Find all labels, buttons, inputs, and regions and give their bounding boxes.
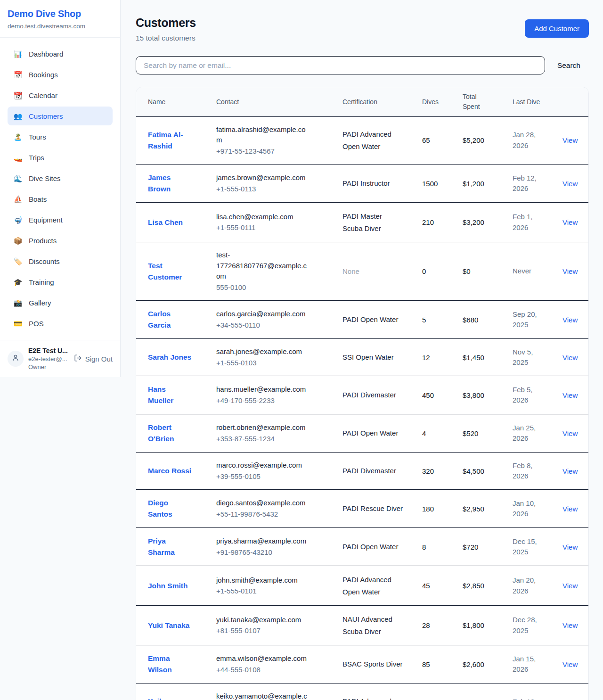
sidebar-item-calendar[interactable]: 📆 Calendar: [8, 86, 113, 105]
sidebar-item-training[interactable]: 🎓 Training: [8, 272, 113, 291]
total-spent-cell: $1,450: [463, 339, 513, 376]
customer-email: john.smith@example.com: [216, 575, 310, 586]
customer-name-link[interactable]: Yuki Tanaka: [148, 620, 189, 631]
view-link[interactable]: View: [562, 136, 578, 144]
dives-cell: 0: [422, 242, 463, 301]
column-header-contact: Contact: [216, 87, 342, 116]
customer-name-link[interactable]: James Brown: [148, 172, 193, 195]
table-row: Diego Santos diego.santos@example.com +5…: [136, 490, 589, 528]
customer-email: emma.wilson@example.com: [216, 653, 310, 664]
sidebar-item-bookings[interactable]: 📅 Bookings: [8, 65, 113, 84]
brand: Demo Dive Shop demo.test.divestreams.com: [0, 0, 120, 38]
view-link[interactable]: View: [562, 429, 578, 437]
view-link[interactable]: View: [562, 218, 578, 226]
sidebar-item-dive-sites[interactable]: 🌊 Dive Sites: [8, 169, 113, 188]
customer-name-link[interactable]: John Smith: [148, 580, 187, 592]
sidebar-item-label: Equipment: [29, 216, 63, 224]
total-spent-cell: $1,200: [463, 165, 513, 203]
people-icon: 👥: [13, 113, 23, 120]
sidebar-item-pos[interactable]: 💳 POS: [8, 314, 113, 333]
sidebar-item-label: Trips: [29, 154, 44, 162]
sidebar-item-customers[interactable]: 👥 Customers: [8, 107, 113, 125]
last-dive-cell: Dec 28, 2025: [513, 615, 543, 636]
view-link[interactable]: View: [562, 391, 578, 399]
customer-name-link[interactable]: Marco Rossi: [148, 465, 191, 477]
customer-name-link[interactable]: Robert O'Brien: [148, 422, 193, 445]
bar-chart-icon: 📊: [13, 50, 23, 58]
last-dive-cell: Dec 15, 2025: [513, 536, 543, 558]
table-row: John Smith john.smith@example.com +1-555…: [136, 566, 589, 606]
customer-phone: +971-55-123-4567: [216, 146, 333, 157]
table-row: Robert O'Brien robert.obrien@example.com…: [136, 414, 589, 453]
certification-cell: PADI Open Water: [342, 541, 403, 553]
user-box: E2E Test U... e2e-tester@... Owner Sign …: [0, 340, 120, 377]
view-link[interactable]: View: [562, 582, 578, 590]
customer-name-link[interactable]: Sarah Jones: [148, 352, 191, 363]
view-link[interactable]: View: [562, 621, 578, 629]
sidebar-nav: 📊 Dashboard 📅 Bookings 📆 Calendar 👥 Cust…: [0, 38, 120, 340]
customer-name-link[interactable]: Lisa Chen: [148, 217, 183, 228]
sidebar-item-dashboard[interactable]: 📊 Dashboard: [8, 44, 113, 63]
customer-name-link[interactable]: Diego Santos: [148, 497, 193, 520]
total-spent-cell: $3,200: [463, 203, 513, 242]
column-header-certification: Certification: [342, 87, 422, 116]
search-input[interactable]: [136, 56, 545, 74]
view-link[interactable]: View: [562, 660, 578, 668]
view-link[interactable]: View: [562, 267, 578, 275]
table-row: Emma Wilson emma.wilson@example.com +44-…: [136, 645, 589, 684]
view-link[interactable]: View: [562, 543, 578, 551]
sidebar-item-trips[interactable]: 🚤 Trips: [8, 148, 113, 167]
add-customer-button[interactable]: Add Customer: [525, 19, 589, 38]
customer-name-link[interactable]: Carlos Garcia: [148, 308, 193, 331]
dives-cell: 1500: [422, 165, 463, 203]
customer-name-link[interactable]: Fatima Al-Rashid: [148, 129, 193, 152]
table-row: Keiko Yamamoto keiko.yamamoto@example.co…: [136, 684, 589, 700]
table-row: Test Customer test-1772681807767@example…: [136, 242, 589, 301]
last-dive-cell: Sep 20, 2025: [513, 309, 543, 330]
view-link[interactable]: View: [562, 505, 578, 513]
dives-cell: 320: [422, 453, 463, 490]
customer-email: fatima.alrashid@example.com: [216, 124, 310, 146]
customer-email: sarah.jones@example.com: [216, 346, 310, 357]
page-header: Customers 15 total customers Add Custome…: [136, 0, 589, 42]
sidebar-item-boats[interactable]: ⛵ Boats: [8, 189, 113, 208]
view-link[interactable]: View: [562, 354, 578, 362]
sidebar-item-tours[interactable]: 🏝️ Tours: [8, 127, 113, 146]
sidebar-item-discounts[interactable]: 🏷️ Discounts: [8, 252, 113, 271]
person-icon: [11, 354, 20, 364]
sidebar-item-label: Bookings: [29, 71, 58, 79]
table-header: Name Contact Certification Dives Total S…: [136, 87, 589, 116]
customer-name-link[interactable]: Hans Mueller: [148, 384, 193, 406]
table-row: Priya Sharma priya.sharma@example.com +9…: [136, 528, 589, 566]
search-button[interactable]: Search: [557, 61, 580, 70]
credit-card-icon: 💳: [13, 320, 23, 327]
dives-cell: 210: [422, 203, 463, 242]
sidebar-item-equipment[interactable]: 🤿 Equipment: [8, 210, 113, 229]
sign-out-button[interactable]: Sign Out: [74, 354, 113, 363]
last-dive-cell: Feb 10, 2026: [513, 697, 543, 700]
view-link[interactable]: View: [562, 180, 578, 188]
customer-name-link[interactable]: Priya Sharma: [148, 535, 193, 558]
total-spent-cell: $4,500: [463, 453, 513, 490]
view-link[interactable]: View: [562, 316, 578, 324]
column-header-actions: [562, 87, 589, 116]
total-spent-cell: $2,950: [463, 490, 513, 528]
customer-name-link[interactable]: Keiko Yamamoto: [148, 696, 193, 700]
dives-cell: 12: [422, 339, 463, 376]
total-spent-cell: $680: [463, 301, 513, 339]
customer-name-link[interactable]: Emma Wilson: [148, 653, 193, 675]
sidebar-item-products[interactable]: 📦 Products: [8, 231, 113, 250]
last-dive-cell: Never: [513, 266, 543, 277]
total-spent-cell: $5,200: [463, 116, 513, 165]
camera-flash-icon: 📸: [13, 299, 23, 306]
wave-icon: 🌊: [13, 175, 23, 182]
sidebar-item-label: Gallery: [29, 299, 51, 307]
table-row: Fatima Al-Rashid fatima.alrashid@example…: [136, 116, 589, 165]
brand-domain: demo.test.divestreams.com: [8, 23, 113, 30]
customer-email: diego.santos@example.com: [216, 498, 310, 509]
certification-cell: PADI Divemaster: [342, 389, 403, 401]
customers-table-card: Name Contact Certification Dives Total S…: [136, 87, 589, 700]
view-link[interactable]: View: [562, 467, 578, 475]
customer-name-link[interactable]: Test Customer: [148, 260, 193, 283]
sidebar-item-gallery[interactable]: 📸 Gallery: [8, 293, 113, 312]
